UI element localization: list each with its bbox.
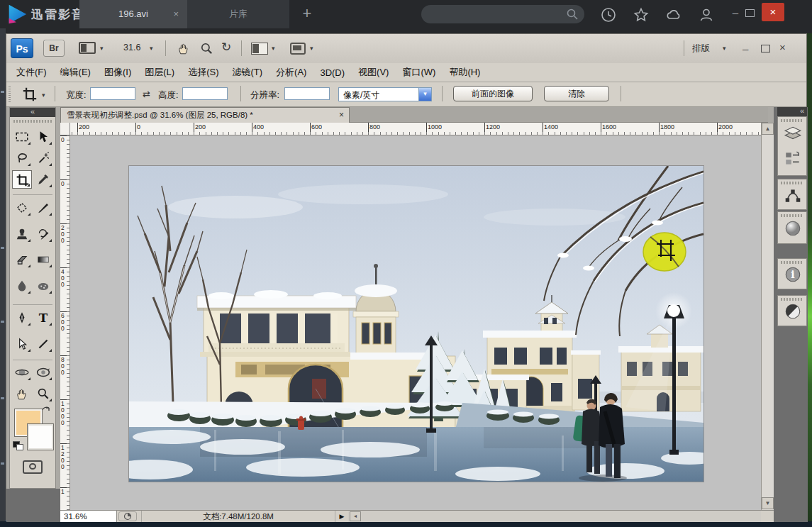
menu-image[interactable]: 图像(I) bbox=[104, 66, 131, 79]
blur-tool[interactable] bbox=[12, 277, 32, 295]
chevron-down-icon[interactable]: ▾ bbox=[310, 45, 313, 52]
menu-layer[interactable]: 图层(L) bbox=[145, 66, 174, 79]
canvas-image[interactable] bbox=[128, 165, 704, 482]
chevron-down-icon[interactable]: ▾ bbox=[100, 45, 104, 52]
menu-edit[interactable]: 编辑(E) bbox=[60, 66, 91, 79]
menu-filter[interactable]: 滤镜(T) bbox=[232, 66, 262, 79]
front-image-button[interactable]: 前面的图像 bbox=[453, 86, 533, 101]
chevron-down-icon[interactable]: ▾ bbox=[723, 45, 726, 52]
line-shape-tool[interactable] bbox=[33, 335, 53, 353]
player-close-button[interactable]: × bbox=[762, 3, 784, 21]
player-minimize-button[interactable]: – bbox=[728, 6, 743, 21]
scroll-left-button[interactable]: ◂ bbox=[350, 511, 361, 521]
player-maximize-button[interactable] bbox=[745, 9, 755, 17]
background-color-swatch[interactable] bbox=[28, 424, 53, 450]
menu-help[interactable]: 帮助(H) bbox=[449, 66, 480, 79]
panel-gripper[interactable] bbox=[13, 120, 52, 123]
panel-gripper[interactable] bbox=[781, 261, 803, 264]
scroll-up-button[interactable]: ▲ bbox=[762, 123, 774, 135]
chevron-down-icon[interactable]: ▾ bbox=[42, 91, 45, 99]
hand-tool[interactable] bbox=[12, 384, 32, 403]
search-input[interactable] bbox=[430, 7, 560, 23]
collapse-panel-icon[interactable]: « bbox=[10, 108, 55, 117]
ps-minimize-button[interactable]: – bbox=[743, 43, 748, 55]
brush-tool[interactable] bbox=[33, 199, 53, 217]
mini-bridge-icon[interactable] bbox=[79, 42, 96, 54]
magic-wand-tool[interactable] bbox=[33, 149, 53, 167]
combo-arrow-icon[interactable]: ▾ bbox=[418, 88, 431, 101]
vertical-scrollbar[interactable]: ▲ ▼ bbox=[761, 123, 774, 510]
menu-file[interactable]: 文件(F) bbox=[16, 66, 47, 79]
menu-analysis[interactable]: 分析(A) bbox=[276, 66, 306, 79]
height-input[interactable] bbox=[182, 87, 228, 100]
3d-panel-icon[interactable] bbox=[784, 219, 802, 238]
zoom-level-control[interactable]: 31.6 bbox=[123, 43, 140, 52]
default-colors-icon[interactable] bbox=[13, 441, 23, 450]
clone-stamp-tool[interactable] bbox=[12, 225, 32, 243]
layers-panel-icon[interactable] bbox=[784, 124, 802, 143]
horizontal-scrollbar[interactable]: ◂ bbox=[348, 511, 761, 522]
chevron-down-icon[interactable]: ▾ bbox=[150, 45, 153, 52]
quick-mask-button[interactable] bbox=[23, 460, 43, 474]
search-box[interactable] bbox=[421, 5, 584, 23]
document-close-icon[interactable]: × bbox=[339, 108, 344, 122]
crop-tool[interactable] bbox=[12, 170, 32, 189]
paths-panel-icon[interactable] bbox=[784, 186, 802, 204]
canvas-area[interactable] bbox=[70, 135, 761, 510]
marquee-tool[interactable] bbox=[12, 128, 32, 146]
player-tab-video[interactable]: 196.avi × bbox=[79, 0, 187, 28]
panel-gripper[interactable] bbox=[781, 182, 803, 184]
clear-button[interactable]: 清除 bbox=[544, 86, 609, 101]
player-tab-library[interactable]: 片库 bbox=[187, 0, 289, 28]
history-brush-tool[interactable] bbox=[33, 225, 53, 243]
status-zoom-field[interactable]: 31.6% bbox=[60, 511, 117, 522]
gradient-tool[interactable] bbox=[33, 250, 53, 269]
panel-gripper[interactable] bbox=[781, 214, 803, 217]
resolution-unit-select[interactable]: 像素/英寸 ▾ bbox=[338, 87, 432, 101]
crop-tool-preset-icon[interactable] bbox=[22, 87, 38, 102]
lasso-tool[interactable] bbox=[12, 149, 32, 167]
history-icon[interactable] bbox=[600, 6, 617, 23]
hand-tool-icon[interactable] bbox=[177, 41, 191, 55]
panel-gripper[interactable] bbox=[781, 119, 803, 122]
ps-close-button[interactable]: × bbox=[779, 41, 786, 53]
panel-gripper[interactable] bbox=[781, 298, 803, 301]
new-tab-button[interactable]: + bbox=[296, 3, 318, 26]
eraser-tool[interactable] bbox=[12, 250, 32, 269]
scroll-down-button[interactable]: ▼ bbox=[762, 497, 774, 509]
3d-orbit-tool[interactable] bbox=[33, 363, 53, 382]
bridge-button[interactable]: Br bbox=[43, 40, 65, 57]
account-icon[interactable] bbox=[698, 6, 715, 23]
expand-panels-icon[interactable]: « bbox=[777, 107, 807, 116]
chevron-down-icon[interactable]: ▾ bbox=[272, 45, 275, 52]
workspace-switcher[interactable]: 排版 bbox=[692, 43, 710, 55]
zoom-tool[interactable] bbox=[33, 384, 53, 403]
screen-mode-icon[interactable] bbox=[290, 43, 306, 55]
ps-restore-button[interactable] bbox=[761, 45, 770, 52]
move-tool[interactable] bbox=[33, 128, 53, 146]
healing-patch-tool[interactable] bbox=[12, 199, 32, 217]
3d-rotate-tool[interactable] bbox=[12, 363, 32, 382]
menu-window[interactable]: 窗口(W) bbox=[402, 66, 435, 79]
favorites-star-icon[interactable] bbox=[633, 6, 650, 23]
menu-select[interactable]: 选择(S) bbox=[188, 66, 218, 79]
pen-tool[interactable] bbox=[12, 309, 32, 327]
document-tab[interactable]: 雪景表现初步调整.psd @ 31.6% (图层 25, RGB/8) * × bbox=[60, 107, 350, 123]
type-tool[interactable]: T bbox=[33, 309, 53, 327]
sponge-smudge-tool[interactable] bbox=[33, 277, 53, 295]
resolution-input[interactable] bbox=[284, 87, 330, 100]
swap-dimensions-icon[interactable]: ⇄ bbox=[143, 89, 150, 99]
adjustments-panel-icon[interactable] bbox=[784, 302, 802, 321]
width-input[interactable] bbox=[90, 87, 135, 100]
arrange-documents-icon[interactable] bbox=[251, 43, 268, 55]
menu-3d[interactable]: 3D(D) bbox=[320, 67, 345, 78]
status-flyout-button[interactable]: ▶ bbox=[335, 511, 348, 522]
zoom-tool-icon[interactable] bbox=[199, 41, 213, 55]
rotate-view-icon[interactable]: ↻ bbox=[221, 40, 231, 55]
menu-view[interactable]: 视图(V) bbox=[358, 66, 389, 79]
tab-close-icon[interactable]: × bbox=[173, 0, 179, 28]
info-panel-icon[interactable]: i bbox=[784, 265, 802, 284]
cloud-icon[interactable] bbox=[665, 6, 682, 23]
path-selection-tool[interactable] bbox=[12, 335, 32, 353]
history-panel-icon[interactable] bbox=[784, 150, 802, 168]
